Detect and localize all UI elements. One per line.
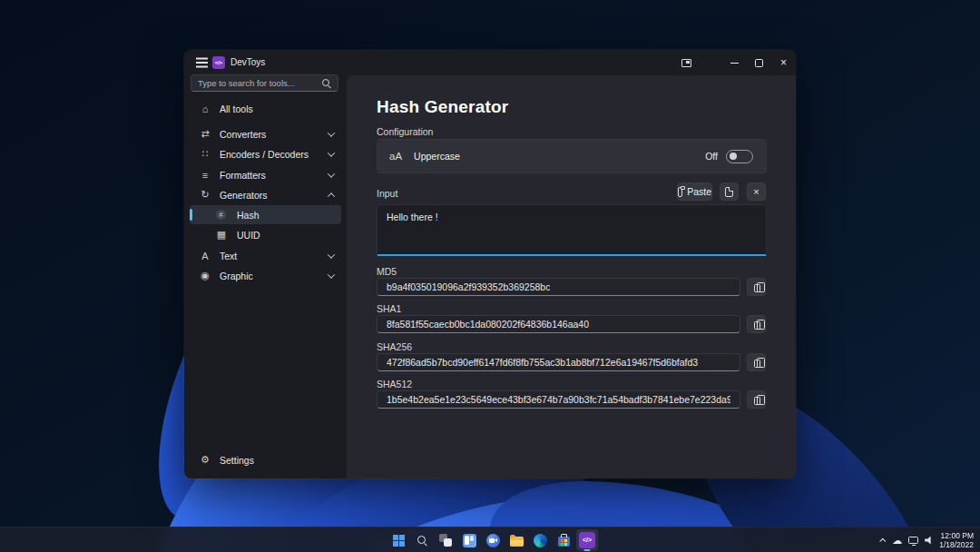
toggle-knob — [730, 153, 737, 160]
sha256-output-field[interactable]: 472f86ad5b7bcd90eff6147fd6f8fb755ac3b1ab… — [377, 353, 740, 371]
clock[interactable]: 12:00 PM 1/18/2022 — [939, 531, 974, 550]
chevron-down-icon[interactable] — [328, 251, 335, 258]
file-explorer-button[interactable] — [505, 529, 527, 551]
formatters-icon: ≡ — [199, 170, 211, 181]
selection-indicator — [190, 209, 192, 221]
tray-overflow-chevron-icon[interactable] — [879, 537, 886, 544]
taskbar: </> ☁ 12:00 PM 1/18/2022 — [0, 527, 980, 552]
edge-icon — [534, 534, 547, 547]
sha1-label: SHA1 — [377, 303, 401, 314]
onedrive-cloud-icon[interactable]: ☁ — [892, 535, 902, 546]
sha1-copy-button[interactable] — [747, 315, 766, 333]
sidebar: ⌂ All tools ⇄ Converters ∷ Encoders / De… — [184, 50, 347, 478]
sidebar-item-hash[interactable]: # Hash — [190, 205, 341, 224]
clipboard-icon — [678, 187, 682, 197]
sidebar-item-label: Text — [220, 251, 328, 261]
sidebar-item-settings[interactable]: ⚙ Settings — [190, 450, 341, 469]
task-view-icon — [439, 534, 452, 547]
sidebar-item-label: Hash — [237, 210, 334, 221]
paste-button[interactable]: Paste — [677, 182, 712, 201]
sidebar-item-graphic[interactable]: ◉ Graphic — [190, 266, 341, 285]
uppercase-option-label: Uppercase — [414, 151, 460, 162]
open-file-button[interactable] — [720, 182, 739, 201]
sha512-label: SHA512 — [377, 379, 412, 389]
compact-overlay-button[interactable] — [674, 50, 699, 75]
md5-output-field[interactable]: b9a4f035019096a2f939352b369258bc — [377, 278, 740, 296]
system-tray: ☁ 12:00 PM 1/18/2022 — [881, 527, 974, 552]
sha512-copy-button[interactable] — [747, 390, 766, 409]
sidebar-item-label: Encoders / Decoders — [220, 149, 328, 160]
task-view-button[interactable] — [435, 529, 456, 551]
sidebar-item-label: All tools — [220, 104, 334, 114]
devtoys-taskbar-button[interactable]: </> — [576, 529, 598, 551]
uppercase-toggle[interactable] — [726, 150, 753, 163]
sha512-output-field[interactable]: 1b5e4b2ea5e1e23c5649ece43bf3e674b7a90b3f… — [377, 390, 740, 409]
microsoft-store-button[interactable] — [553, 529, 574, 551]
clear-input-button[interactable]: × — [747, 182, 766, 201]
minimize-button[interactable] — [722, 50, 747, 75]
devtoys-icon: </> — [579, 532, 595, 548]
sidebar-item-label: Graphic — [220, 271, 328, 281]
close-icon: × — [780, 57, 787, 68]
chevron-down-icon[interactable] — [328, 129, 335, 136]
maximize-icon — [755, 59, 763, 67]
sidebar-item-generators[interactable]: ↻ Generators — [190, 185, 341, 204]
chevron-down-icon[interactable] — [328, 149, 335, 156]
home-icon: ⌂ — [199, 104, 211, 114]
compact-overlay-icon — [681, 59, 691, 67]
windows-start-icon — [393, 535, 405, 547]
converters-icon: ⇄ — [199, 128, 211, 140]
sidebar-item-converters[interactable]: ⇄ Converters — [190, 124, 341, 143]
clear-icon: × — [753, 187, 759, 197]
widgets-button[interactable] — [458, 529, 480, 551]
sha1-value: 8fa581f55caecb0bc1da080202f64836b146aa40 — [387, 319, 589, 330]
sidebar-item-encoders-decoders[interactable]: ∷ Encoders / Decoders — [190, 144, 341, 163]
graphic-icon: ◉ — [199, 270, 211, 281]
chevron-down-icon[interactable] — [328, 170, 335, 177]
search-input[interactable] — [198, 78, 322, 88]
chat-icon — [486, 534, 500, 547]
tray-time: 12:00 PM — [939, 531, 974, 541]
edge-button[interactable] — [529, 529, 551, 551]
volume-icon[interactable] — [925, 537, 933, 545]
sidebar-item-text[interactable]: A Text — [190, 246, 341, 265]
taskbar-search-button[interactable] — [411, 529, 433, 551]
sidebar-item-uuid[interactable]: ▦ UUID — [190, 225, 341, 244]
devtoys-window: </> DevToys × ⌂ All tools ⇄ Converters — [184, 50, 796, 478]
file-icon — [725, 187, 733, 197]
tool-search-box[interactable] — [191, 74, 338, 92]
sidebar-item-label: Formatters — [220, 170, 328, 181]
text-icon: A — [199, 251, 211, 261]
search-icon[interactable] — [322, 79, 331, 88]
chat-button[interactable] — [482, 529, 504, 551]
maximize-button[interactable] — [747, 50, 771, 75]
widgets-icon — [463, 534, 476, 547]
configuration-label: Configuration — [377, 126, 433, 137]
uppercase-icon: aA — [389, 151, 402, 162]
md5-label: MD5 — [377, 266, 397, 277]
sha512-value: 1b5e4b2ea5e1e23c5649ece43bf3e674b7a90b3f… — [387, 394, 730, 405]
copy-icon — [754, 284, 760, 292]
start-button[interactable] — [387, 529, 409, 551]
search-icon — [416, 535, 427, 546]
sha1-output-field[interactable]: 8fa581f55caecb0bc1da080202f64836b146aa40 — [377, 315, 740, 333]
sha256-copy-button[interactable] — [747, 353, 766, 371]
chevron-up-icon[interactable] — [328, 192, 335, 200]
close-button[interactable]: × — [771, 50, 796, 75]
network-icon[interactable] — [908, 537, 918, 544]
sidebar-item-formatters[interactable]: ≡ Formatters — [190, 165, 341, 184]
file-explorer-icon — [510, 537, 524, 547]
sha256-label: SHA256 — [377, 341, 412, 352]
taskbar-center: </> — [387, 529, 598, 551]
input-textarea[interactable]: Hello there ! — [377, 204, 767, 256]
microsoft-store-icon — [558, 537, 570, 547]
chevron-down-icon[interactable] — [328, 271, 335, 278]
sidebar-item-all-tools[interactable]: ⌂ All tools — [190, 99, 341, 118]
hash-icon: # — [216, 210, 226, 220]
tray-date: 1/18/2022 — [939, 540, 974, 550]
input-label: Input — [377, 188, 397, 199]
page-title: Hash Generator — [377, 97, 508, 117]
uppercase-setting-card: aA Uppercase Off — [377, 139, 767, 173]
md5-copy-button[interactable] — [747, 278, 766, 296]
uuid-icon: ▦ — [215, 229, 228, 241]
